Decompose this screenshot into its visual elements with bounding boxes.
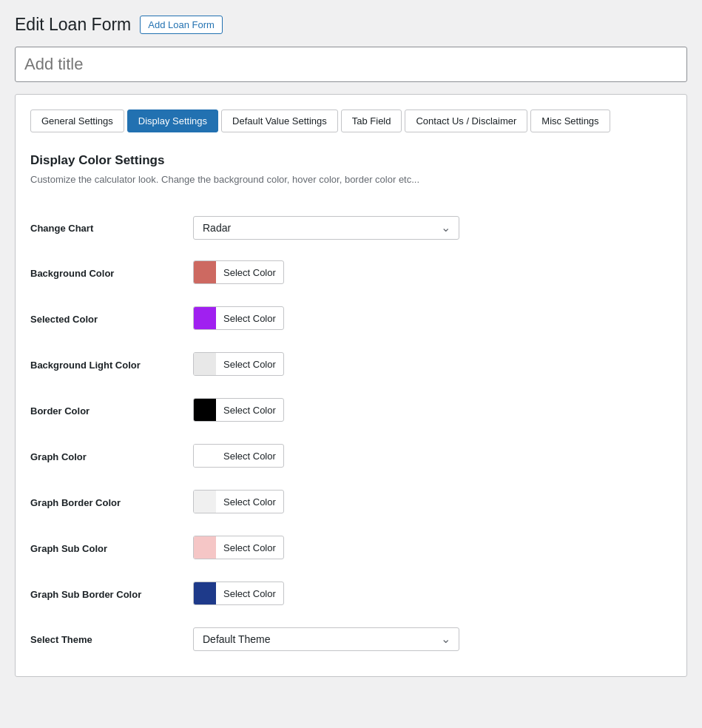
chart-label: Change Chart — [30, 206, 193, 250]
graph-sub-color-cell: Select Color — [193, 525, 672, 571]
chart-select-wrapper: BarLineRadarPieDoughnut — [193, 216, 459, 240]
theme-label: Select Theme — [30, 617, 193, 661]
add-loan-form-button[interactable]: Add Loan Form — [140, 16, 223, 34]
section-title: Display Color Settings — [30, 153, 672, 168]
graph-sub-border-color-label: Graph Sub Border Color — [30, 571, 193, 617]
graph-color-cell: Select Color — [193, 434, 672, 479]
border-color-label: Border Color — [30, 388, 193, 434]
selected-color-button[interactable]: Select Color — [193, 306, 284, 330]
selected-color-swatch — [194, 307, 216, 329]
theme-select-wrapper: Default ThemeDark ThemeLight Theme — [193, 627, 459, 651]
theme-row: Select Theme Default ThemeDark ThemeLigh… — [30, 617, 672, 661]
graph-color-row: Graph ColorSelect Color — [30, 434, 672, 479]
graph-sub-border-color-button-label: Select Color — [216, 584, 283, 603]
border-color-cell: Select Color — [193, 388, 672, 434]
selected-color-label: Selected Color — [30, 296, 193, 342]
graph-color-button[interactable]: Select Color — [193, 444, 284, 468]
graph-border-color-button-label: Select Color — [216, 493, 283, 511]
tab-contact[interactable]: Contact Us / Disclaimer — [405, 109, 527, 132]
tab-default[interactable]: Default Value Settings — [221, 109, 338, 132]
background-color-cell: Select Color — [193, 250, 672, 296]
graph-color-button-label: Select Color — [216, 447, 283, 465]
tab-misc[interactable]: Misc Settings — [530, 109, 610, 132]
graph-sub-color-label: Graph Sub Color — [30, 525, 193, 571]
background-light-color-label: Background Light Color — [30, 342, 193, 388]
title-input[interactable] — [15, 47, 687, 82]
graph-border-color-cell: Select Color — [193, 479, 672, 525]
graph-border-color-row: Graph Border ColorSelect Color — [30, 479, 672, 525]
section-description: Customize the calculator look. Change th… — [30, 174, 672, 185]
settings-table: Change Chart BarLineRadarPieDoughnut Bac… — [30, 206, 672, 661]
background-light-color-swatch — [194, 353, 216, 375]
background-color-button-label: Select Color — [216, 263, 283, 282]
tabs-container: General SettingsDisplay SettingsDefault … — [30, 109, 672, 132]
chart-select[interactable]: BarLineRadarPieDoughnut — [193, 216, 459, 240]
background-light-color-cell: Select Color — [193, 342, 672, 388]
graph-sub-border-color-swatch — [194, 582, 216, 604]
background-color-row: Background ColorSelect Color — [30, 250, 672, 296]
graph-color-label: Graph Color — [30, 434, 193, 479]
graph-sub-color-row: Graph Sub ColorSelect Color — [30, 525, 672, 571]
border-color-row: Border ColorSelect Color — [30, 388, 672, 434]
main-panel: General SettingsDisplay SettingsDefault … — [15, 94, 687, 677]
page-title: Edit Loan Form — [15, 15, 131, 35]
background-light-color-row: Background Light ColorSelect Color — [30, 342, 672, 388]
background-light-color-button-label: Select Color — [216, 355, 283, 374]
graph-color-swatch — [194, 445, 216, 467]
chart-select-cell: BarLineRadarPieDoughnut — [193, 206, 672, 250]
tab-display[interactable]: Display Settings — [127, 109, 218, 132]
background-light-color-button[interactable]: Select Color — [193, 352, 284, 376]
background-color-label: Background Color — [30, 250, 193, 296]
graph-sub-color-button[interactable]: Select Color — [193, 536, 284, 559]
selected-color-button-label: Select Color — [216, 309, 283, 328]
background-color-button[interactable]: Select Color — [193, 260, 284, 284]
graph-sub-color-button-label: Select Color — [216, 539, 283, 557]
background-color-swatch — [194, 261, 216, 283]
graph-sub-border-color-cell: Select Color — [193, 571, 672, 617]
tab-general[interactable]: General Settings — [30, 109, 124, 132]
border-color-swatch — [194, 399, 216, 421]
graph-border-color-button[interactable]: Select Color — [193, 490, 284, 513]
chart-row: Change Chart BarLineRadarPieDoughnut — [30, 206, 672, 250]
border-color-button[interactable]: Select Color — [193, 398, 284, 422]
selected-color-cell: Select Color — [193, 296, 672, 342]
graph-sub-border-color-row: Graph Sub Border ColorSelect Color — [30, 571, 672, 617]
graph-border-color-swatch — [194, 491, 216, 513]
graph-border-color-label: Graph Border Color — [30, 479, 193, 525]
graph-sub-color-swatch — [194, 536, 216, 559]
graph-sub-border-color-button[interactable]: Select Color — [193, 582, 284, 605]
tab-tab_field[interactable]: Tab Field — [341, 109, 402, 132]
theme-select-cell: Default ThemeDark ThemeLight Theme — [193, 617, 672, 661]
selected-color-row: Selected ColorSelect Color — [30, 296, 672, 342]
border-color-button-label: Select Color — [216, 401, 283, 419]
theme-select[interactable]: Default ThemeDark ThemeLight Theme — [193, 627, 459, 651]
